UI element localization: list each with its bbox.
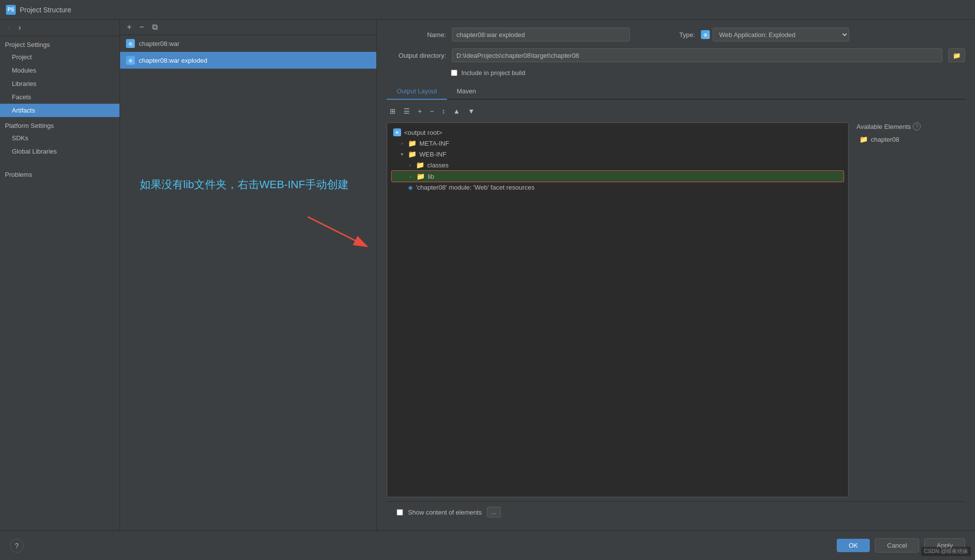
tree-panel: ⊕ <output root> › 📁 META-INF ▾ 📁 WEB-INF (387, 122, 849, 497)
main-content: ‹ › Project Settings Project Modules Lib… (0, 20, 975, 530)
name-input[interactable] (452, 28, 630, 41)
type-icon: ⊕ (701, 30, 710, 39)
copy-artifact-button[interactable]: ⧉ (149, 22, 161, 33)
web-inf-folder-icon: 📁 (408, 150, 416, 158)
classes-folder-icon: 📁 (416, 161, 424, 169)
layout-tool-grid-btn[interactable]: ⊞ (387, 106, 399, 117)
sidebar-item-facets[interactable]: Facets (0, 90, 120, 104)
artifact-item-war-exploded[interactable]: ⊕ chapter08:war exploded (120, 52, 376, 69)
app-icon: PS (6, 5, 16, 15)
lib-folder-icon: 📁 (416, 172, 425, 180)
layout-tool-up-btn[interactable]: ▲ (450, 106, 463, 117)
add-artifact-button[interactable]: + (124, 22, 134, 33)
help-button[interactable]: ? (10, 539, 24, 553)
artifact-war-icon: ⊕ (126, 39, 135, 48)
sidebar-item-libraries[interactable]: Libraries (0, 77, 120, 90)
sidebar-item-global-libraries[interactable]: Global Libraries (0, 145, 120, 158)
tree-item-classes[interactable]: › 📁 classes (391, 160, 844, 170)
type-label: Type: (636, 31, 695, 39)
forward-button[interactable]: › (15, 23, 24, 33)
show-content-checkbox[interactable] (397, 509, 403, 516)
available-elements-label: Available Elements ? (856, 122, 965, 130)
artifact-toolbar: + − ⧉ (120, 20, 376, 35)
available-elements-panel: Available Elements ? 📁 chapter08 (856, 122, 965, 497)
include-build-row: Include in project build (387, 69, 965, 77)
layout-tool-sort-btn[interactable]: ↕ (439, 106, 448, 117)
name-row: Name: Type: ⊕ Web Application: Exploded (387, 28, 965, 41)
project-settings-label: Project Settings (0, 36, 120, 50)
footer-left: ? (10, 539, 24, 553)
browse-icon: 📁 (953, 52, 961, 59)
watermark: CSDN @暗夜绝缘 (921, 547, 971, 556)
type-selector: ⊕ Web Application: Exploded (701, 28, 849, 41)
output-layout-toolbar: ⊞ ☰ + − ↕ ▲ ▼ (387, 104, 965, 119)
window: PS Project Structure ‹ › Project Setting… (0, 0, 975, 560)
dir-browse-button[interactable]: 📁 (948, 48, 965, 62)
meta-inf-folder-icon: 📁 (408, 139, 416, 147)
tree-item-module-resource[interactable]: ◈ 'chapter08' module: 'Web' facet resour… (391, 182, 844, 193)
platform-settings-label: Platform Settings (0, 117, 120, 131)
sidebar-item-artifacts[interactable]: Artifacts (0, 104, 120, 117)
output-dir-label: Output directory: (387, 52, 446, 59)
sidebar-item-sdks[interactable]: SDKs (0, 131, 120, 145)
tree-item-meta-inf[interactable]: › 📁 META-INF (391, 138, 844, 149)
module-resource-label: 'chapter08' module: 'Web' facet resource… (416, 184, 534, 191)
available-elements-help-icon[interactable]: ? (913, 122, 921, 130)
layout-tool-down-btn[interactable]: ▼ (465, 106, 478, 117)
right-panel: Name: Type: ⊕ Web Application: Exploded … (377, 20, 975, 530)
ok-button[interactable]: OK (837, 539, 870, 552)
artifact-item-war[interactable]: ⊕ chapter08:war (120, 35, 376, 52)
chapter08-label: chapter08 (871, 136, 899, 143)
output-root-icon: ⊕ (393, 128, 401, 136)
tabs-row: Output Layout Maven (387, 83, 965, 100)
artifact-war-label: chapter08:war (139, 40, 179, 47)
include-build-checkbox[interactable] (451, 70, 457, 76)
layout-content: ⊕ <output root> › 📁 META-INF ▾ 📁 WEB-INF (387, 122, 965, 497)
name-label: Name: (387, 31, 446, 39)
output-dir-input[interactable] (452, 48, 942, 62)
module-resource-icon: ◈ (408, 184, 413, 191)
problems-label: Problems (0, 166, 120, 180)
tree-item-output-root[interactable]: ⊕ <output root> (391, 127, 844, 138)
annotation-arrow (120, 187, 377, 286)
meta-inf-chevron: › (399, 140, 405, 146)
back-button[interactable]: ‹ (5, 23, 13, 33)
tab-maven[interactable]: Maven (447, 83, 486, 100)
meta-inf-label: META-INF (419, 140, 449, 147)
title-bar: PS Project Structure (0, 0, 975, 20)
layout-tool-remove-btn[interactable]: − (427, 106, 437, 117)
available-item-chapter08[interactable]: 📁 chapter08 (856, 133, 965, 145)
tree-item-web-inf[interactable]: ▾ 📁 WEB-INF (391, 149, 844, 160)
include-build-label[interactable]: Include in project build (461, 69, 525, 77)
lib-chevron: › (407, 173, 413, 179)
sidebar: ‹ › Project Settings Project Modules Lib… (0, 20, 120, 530)
layout-tool-add-btn[interactable]: + (415, 106, 425, 117)
annotation-text: 如果没有lib文件夹，右击WEB-INF手动创建 (140, 177, 349, 192)
svg-line-1 (308, 217, 367, 246)
bottom-bar: Show content of elements ... (387, 501, 965, 522)
sidebar-item-modules[interactable]: Modules (0, 64, 120, 77)
annotation-area: 如果没有lib文件夹，右击WEB-INF手动创建 (120, 69, 376, 530)
cancel-button[interactable]: Cancel (875, 538, 919, 553)
output-dir-row: Output directory: 📁 (387, 48, 965, 62)
artifact-war-exploded-label: chapter08:war exploded (139, 57, 207, 64)
output-root-label: <output root> (404, 129, 442, 136)
window-title: Project Structure (20, 6, 71, 14)
sidebar-item-project[interactable]: Project (0, 50, 120, 64)
chapter08-folder-icon: 📁 (859, 135, 868, 143)
artifact-war-exploded-icon: ⊕ (126, 56, 135, 65)
web-inf-chevron: ▾ (399, 151, 405, 158)
classes-chevron: › (407, 162, 413, 168)
classes-label: classes (427, 161, 448, 169)
web-inf-label: WEB-INF (419, 151, 447, 158)
ellipsis-button[interactable]: ... (487, 507, 501, 518)
nav-buttons: ‹ › (0, 20, 120, 36)
tab-output-layout[interactable]: Output Layout (387, 83, 447, 100)
layout-tool-list-btn[interactable]: ☰ (401, 106, 413, 117)
footer: ? OK Cancel Apply CSDN @暗夜绝缘 (0, 530, 975, 560)
type-dropdown[interactable]: Web Application: Exploded (713, 28, 849, 41)
show-content-label[interactable]: Show content of elements (408, 509, 482, 516)
tree-item-lib[interactable]: › 📁 lib (391, 170, 844, 182)
remove-artifact-button[interactable]: − (136, 22, 147, 33)
lib-label: lib (428, 173, 434, 180)
